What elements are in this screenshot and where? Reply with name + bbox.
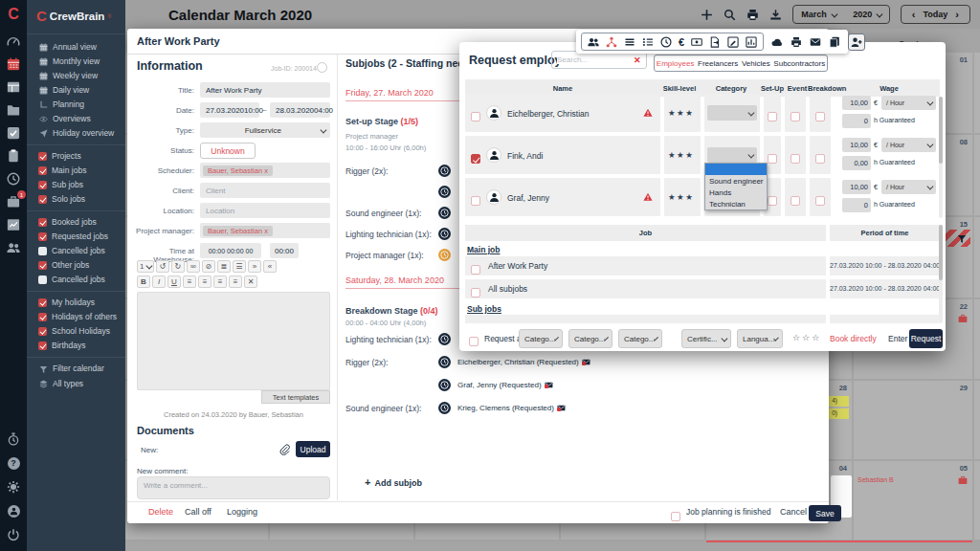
checkbox[interactable] [38,232,47,241]
editor-italic-button[interactable]: I [152,276,166,288]
wage-unit-select[interactable]: / Hour [881,138,936,152]
wage-unit-select[interactable]: / Hour [881,96,936,110]
sidebar-filter-cancelled-jobs[interactable]: Cancelled jobs [27,244,125,258]
toolbar-euro-icon[interactable]: € [679,36,684,48]
checkbox[interactable] [815,154,825,164]
editor-align-right-button[interactable]: ≡ [213,276,227,288]
rail-help-icon[interactable]: ? [5,454,22,472]
checkbox[interactable] [471,112,480,121]
date-start-field[interactable]: 27.03.202010:00 [200,102,259,118]
sidebar-item-weekly-view[interactable]: Weekly view [27,68,125,82]
rail-folder-icon[interactable] [5,101,22,119]
year-select[interactable]: 2020 [853,10,872,19]
toolbar-clock-icon[interactable] [660,36,672,48]
job-briefcase-icon[interactable] [958,313,968,323]
checkbox[interactable] [38,152,47,161]
sidebar-item-daily-view[interactable]: Daily view [27,82,125,97]
rail-account-icon[interactable] [5,502,22,519]
date-end-field[interactable]: 28.03.202004:00 [270,102,330,118]
project-manager-field[interactable]: Bauer, Sebastian x [200,223,330,238]
editor-undo-button[interactable]: ↺ [156,260,169,273]
checkbox[interactable] [471,154,480,164]
toolbar-card-icon[interactable] [691,36,702,48]
clock-status-icon[interactable] [438,333,451,345]
scheduler-field[interactable]: Bauer, Sebastian x [200,163,330,178]
rail-dashboard-icon[interactable] [5,33,22,50]
request-all-checkbox[interactable] [469,333,479,350]
assigned-employee[interactable]: Graf, Jenny (Requested) [457,381,553,389]
warehouse-field-2[interactable]: 00:00 [270,243,299,258]
editor-outdent-button[interactable]: « [263,260,277,273]
sidebar-item-overviews[interactable]: Overviews [27,112,125,126]
checkbox[interactable] [38,276,47,284]
clock-status-icon[interactable] [438,186,451,198]
toolbar-edit-icon[interactable] [727,36,739,48]
dropdown-option-sound-engineer[interactable]: Sound engineer [705,175,767,187]
prev-button[interactable]: ‹ [909,9,919,20]
toolbar-cloud-icon[interactable] [771,36,783,48]
logging-button[interactable]: Logging [227,507,257,517]
checkbox[interactable] [815,196,825,206]
sidebar-filter-requested-jobs[interactable]: Requested jobs [27,230,125,244]
sidebar-item-filter-calendar[interactable]: Filter calendar [27,362,125,376]
text-templates-button[interactable]: Text templates [261,390,330,404]
title-field[interactable] [200,82,330,98]
paperclip-icon[interactable] [278,442,290,455]
assigned-employee[interactable]: Eichelberger, Christian (Requested) [457,358,590,366]
rail-settings-icon[interactable] [5,478,22,496]
dropdown-option-hands[interactable]: Hands [705,187,767,198]
editor-font-size-button[interactable]: 1 [137,260,154,273]
skill-stars[interactable]: ★★★ [668,150,694,160]
checkbox[interactable] [768,112,777,121]
rail-lists-icon[interactable] [5,78,22,96]
checkbox[interactable] [38,181,47,189]
sidebar-filter-main-jobs[interactable]: Main jobs [27,164,125,178]
sidebar-filter-other-jobs[interactable]: Other jobs [27,258,125,273]
clock-status-icon[interactable] [438,165,451,177]
sidebar-filter-my-holidays[interactable]: My holidays [27,296,125,310]
checkbox[interactable] [768,196,777,206]
status-circle[interactable] [317,62,327,73]
today-button[interactable]: Today [923,10,947,19]
checkbox[interactable] [38,298,47,307]
editor-unordered-list-button[interactable]: ☰ [233,260,246,273]
stage-name[interactable]: Breakdown Stage (0/4) [345,306,438,316]
editor-align-center-button[interactable]: ≡ [198,276,212,288]
client-field[interactable] [200,183,330,198]
checkbox[interactable] [471,196,480,206]
save-button[interactable]: Save [809,505,841,521]
guaranteed-hours-input[interactable] [842,156,871,170]
editor-underline-button[interactable]: U [167,276,181,288]
comment-input[interactable] [137,476,330,499]
job-briefcase-icon[interactable] [958,474,968,485]
sub-jobs-link[interactable]: Sub jobs [467,304,501,314]
rail-statistics-icon[interactable] [5,216,22,233]
request-button[interactable]: Request [909,329,943,348]
editor-redo-button[interactable]: ↻ [171,260,185,273]
toolbar-crew-icon[interactable] [588,36,599,48]
sidebar-item-holiday-overview[interactable]: Holiday overview [27,126,125,141]
crewbrain-logo-icon[interactable]: C [8,6,19,23]
sidebar-filter-sub-jobs[interactable]: Sub jobs [27,178,125,192]
toolbar-checklist-icon[interactable] [642,36,654,48]
checkbox[interactable] [791,154,800,164]
wage-input[interactable] [842,96,871,110]
calendar-cell[interactable]: 05Sebastian B [854,461,972,540]
dropdown-option-technician[interactable]: Technician [705,198,767,209]
warehouse-field-1[interactable]: 00:00 00:00 00 [200,243,261,258]
editor-link-button[interactable]: ∞ [187,260,200,273]
toolbar-rows-icon[interactable] [624,36,635,48]
cancel-button[interactable]: Cancel [780,507,807,517]
skill-stars[interactable]: ★★★ [668,192,694,202]
clock-status-icon[interactable] [438,228,451,240]
job-scrollbar[interactable] [939,225,943,323]
checkbox[interactable] [768,154,777,164]
print-icon[interactable] [746,9,759,21]
rail-crew-icon[interactable] [5,239,22,256]
checkbox[interactable] [791,112,800,121]
search-icon[interactable] [724,9,736,21]
assigned-employee[interactable]: Krieg, Clemens (Requested) [457,404,566,412]
checkbox[interactable] [38,166,47,175]
sidebar-item-annual-view[interactable]: Annual view [27,39,125,54]
project-manager-tag[interactable]: Bauer, Sebastian x [203,226,273,236]
